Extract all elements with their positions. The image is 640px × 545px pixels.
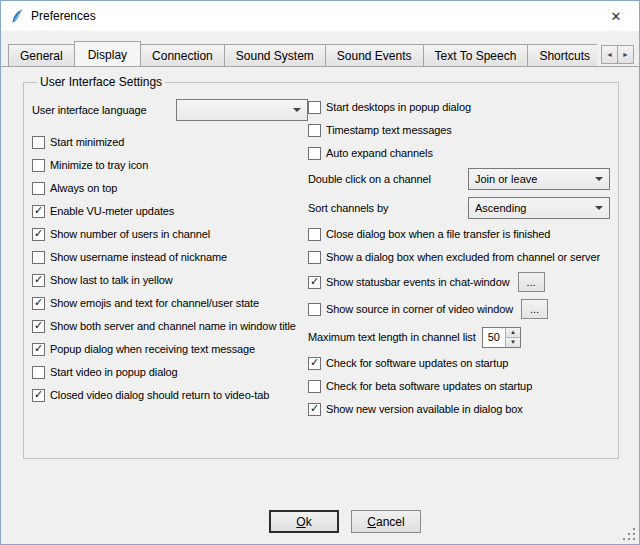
max-text-length-spinner[interactable]: 50 ▲ ▼ xyxy=(482,327,521,348)
title-bar: Preferences ✕ xyxy=(1,1,639,31)
tab-scroll-right-button[interactable]: ► xyxy=(617,45,634,64)
user-interface-settings-group: User Interface Settings User interface l… xyxy=(23,75,619,459)
checkbox-closed-video-return[interactable]: Closed video dialog should return to vid… xyxy=(32,387,308,403)
checkbox-box xyxy=(308,380,321,393)
language-row: User interface language xyxy=(32,99,308,121)
tab-sound-system[interactable]: Sound System xyxy=(224,44,326,66)
dropdown-arrow-icon xyxy=(595,177,603,181)
checkbox-box xyxy=(32,228,45,241)
spinner-arrows: ▲ ▼ xyxy=(505,328,520,347)
tab-general[interactable]: General xyxy=(8,44,75,66)
checkbox-excluded-dialog[interactable]: Show a dialog box when excluded from cha… xyxy=(308,249,610,265)
checkbox-emojis-text[interactable]: Show emojis and text for channel/user st… xyxy=(32,295,308,311)
checkbox-start-minimized[interactable]: Start minimized xyxy=(32,134,308,150)
statusbar-events-row: Show statusbar events in chat-window ... xyxy=(308,272,610,292)
statusbar-events-options-button[interactable]: ... xyxy=(518,272,545,292)
checkbox-box xyxy=(308,403,321,416)
sort-channels-combo[interactable]: Ascending xyxy=(468,197,610,219)
checkbox-video-source-corner[interactable]: Show source in corner of video window xyxy=(308,299,513,319)
checkbox-minimize-to-tray[interactable]: Minimize to tray icon xyxy=(32,157,308,173)
checkbox-box xyxy=(308,357,321,370)
tab-scroll-left-button[interactable]: ◄ xyxy=(601,45,618,64)
checkbox-box xyxy=(308,228,321,241)
sort-channels-row: Sort channels by Ascending xyxy=(308,197,610,219)
window-title: Preferences xyxy=(31,9,96,23)
scroll-left-icon: ◄ xyxy=(606,51,613,58)
spin-down-icon[interactable]: ▼ xyxy=(506,338,520,347)
tab-scroller: ◄ ► xyxy=(602,45,634,64)
tab-shortcuts[interactable]: Shortcuts xyxy=(527,44,597,66)
checkbox-check-beta-updates[interactable]: Check for beta software updates on start… xyxy=(308,378,610,394)
dropdown-arrow-icon xyxy=(293,108,301,112)
checkbox-always-on-top[interactable]: Always on top xyxy=(32,180,308,196)
checkbox-close-transfer-dialog[interactable]: Close dialog box when a file transfer is… xyxy=(308,226,610,242)
tab-bar: General Display Connection Sound System … xyxy=(1,31,639,67)
tab-sound-events[interactable]: Sound Events xyxy=(325,44,424,66)
tab-text-to-speech[interactable]: Text To Speech xyxy=(423,44,529,66)
checkbox-vu-meter[interactable]: Enable VU-meter updates xyxy=(32,203,308,219)
video-source-options-button[interactable]: ... xyxy=(521,299,548,319)
checkbox-auto-expand[interactable]: Auto expand channels xyxy=(308,145,610,161)
double-click-row: Double click on a channel Join or leave xyxy=(308,168,610,190)
checkbox-box xyxy=(308,101,321,114)
checkbox-box xyxy=(32,136,45,149)
checkbox-last-to-talk[interactable]: Show last to talk in yellow xyxy=(32,272,308,288)
checkbox-box xyxy=(308,276,321,289)
checkbox-box xyxy=(32,251,45,264)
checkbox-desktops-popup[interactable]: Start desktops in popup dialog xyxy=(308,99,610,115)
max-text-length-label: Maximum text length in channel list xyxy=(308,331,476,343)
tab-connection[interactable]: Connection xyxy=(140,44,225,66)
checkbox-popup-text-message[interactable]: Popup dialog when receiving text message xyxy=(32,341,308,357)
checkbox-box xyxy=(32,159,45,172)
checkbox-statusbar-events[interactable]: Show statusbar events in chat-window xyxy=(308,272,510,292)
checkbox-new-version-dialog[interactable]: Show new version available in dialog box xyxy=(308,401,610,417)
language-combo[interactable] xyxy=(176,99,308,121)
checkbox-box xyxy=(32,320,45,333)
video-source-row: Show source in corner of video window ..… xyxy=(308,299,610,319)
checkbox-box xyxy=(308,303,321,316)
close-button[interactable]: ✕ xyxy=(593,1,639,31)
double-click-label: Double click on a channel xyxy=(308,173,431,185)
checkbox-box xyxy=(308,251,321,264)
ok-button[interactable]: Ok xyxy=(269,510,339,533)
group-title: User Interface Settings xyxy=(37,75,165,89)
checkbox-show-username[interactable]: Show username instead of nickname xyxy=(32,249,308,265)
footer: Ok Cancel xyxy=(269,510,421,533)
scroll-right-icon: ► xyxy=(622,51,629,58)
dropdown-arrow-icon xyxy=(595,206,603,210)
preferences-dialog: Preferences ✕ General Display Connection… xyxy=(0,0,640,545)
checkbox-box xyxy=(32,343,45,356)
cancel-button[interactable]: Cancel xyxy=(351,510,421,533)
tabs-strip: General Display Connection Sound System … xyxy=(8,41,597,66)
checkbox-timestamp-messages[interactable]: Timestamp text messages xyxy=(308,122,610,138)
checkbox-box xyxy=(32,205,45,218)
spin-up-icon[interactable]: ▲ xyxy=(506,328,520,338)
checkbox-box xyxy=(32,274,45,287)
tab-display[interactable]: Display xyxy=(74,41,141,66)
spinner-value[interactable]: 50 xyxy=(483,328,505,347)
left-column: User interface language Start minimized … xyxy=(32,99,308,417)
sort-channels-label: Sort channels by xyxy=(308,202,388,214)
checkbox-box xyxy=(32,389,45,402)
checkbox-check-updates[interactable]: Check for software updates on startup xyxy=(308,355,610,371)
double-click-combo[interactable]: Join or leave xyxy=(468,168,610,190)
checkbox-show-user-count[interactable]: Show number of users in channel xyxy=(32,226,308,242)
checkbox-box xyxy=(308,124,321,137)
checkbox-box xyxy=(308,147,321,160)
checkbox-box xyxy=(32,366,45,379)
checkbox-server-channel-title[interactable]: Show both server and channel name in win… xyxy=(32,318,308,334)
app-logo-icon xyxy=(9,8,25,24)
checkbox-box xyxy=(32,297,45,310)
language-label: User interface language xyxy=(32,104,147,116)
checkbox-video-popup[interactable]: Start video in popup dialog xyxy=(32,364,308,380)
close-icon: ✕ xyxy=(611,9,622,24)
checkbox-box xyxy=(32,182,45,195)
max-text-length-row: Maximum text length in channel list 50 ▲… xyxy=(308,326,610,348)
resize-grip-icon[interactable] xyxy=(623,528,636,541)
right-column: Start desktops in popup dialog Timestamp… xyxy=(308,99,610,417)
